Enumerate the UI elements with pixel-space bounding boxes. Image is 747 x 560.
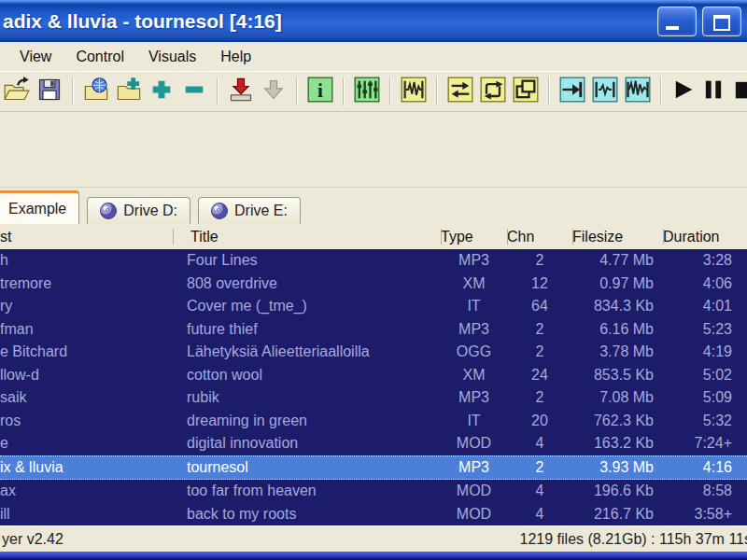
playlist-row[interactable]: fmanfuture thiefMP326.16 Mb5:23 [0, 318, 747, 342]
tab-label: Drive E: [234, 203, 288, 219]
cell-artist: tremore [0, 275, 173, 292]
cell-title: 808 overdrive [173, 275, 441, 292]
playlist-row[interactable]: ix & lluviatournesolMP323.93 Mb4:16 [0, 455, 747, 481]
toolbar-button-file-info[interactable]: i [306, 77, 334, 105]
cell-filesize: 163.2 Kb [572, 435, 663, 452]
toolbar-button-shuffle[interactable] [446, 77, 474, 105]
maximize-button[interactable] [702, 7, 741, 36]
stop-icon [730, 77, 747, 106]
toolbar-button-waveform[interactable] [400, 77, 428, 105]
playlist-row[interactable]: saikrubikMP327.08 Mb5:09 [0, 386, 747, 410]
playlist-row[interactable]: illback to my rootsMOD4216.7 Kb3:58+ [0, 503, 747, 526]
toolbar-button-loop[interactable] [479, 77, 507, 105]
toolbar-separator [548, 77, 550, 105]
playlist-row[interactable]: axtoo far from heavenMOD4196.6 Kb8:58 [0, 480, 747, 503]
tab-drive-d[interactable]: Drive D: [87, 197, 190, 224]
minimize-icon [666, 26, 679, 30]
cell-duration: 5:32 [663, 413, 747, 429]
toolbar-button-import[interactable] [227, 77, 255, 105]
move-down-icon [261, 77, 287, 106]
playlist-column-headers: stTitleTypeChnFilesizeDuration [0, 224, 747, 249]
import-icon [228, 77, 254, 106]
cell-type: IT [441, 413, 507, 429]
window-bottom-border [0, 552, 747, 560]
menu-item-help[interactable]: Help [208, 46, 263, 68]
tab-example[interactable]: Example [0, 190, 79, 224]
cell-artist: h [0, 252, 173, 269]
toolbar-button-play[interactable] [670, 77, 696, 105]
cell-artist: ix & lluvia [0, 459, 173, 476]
app-window: adix & lluvia - tournesol [4:16] ViewCon… [0, 0, 747, 560]
playlist-row[interactable]: tremore808 overdriveXM120.97 Mb4:06 [0, 273, 747, 296]
cell-filesize: 762.3 Kb [572, 413, 663, 429]
cell-filesize: 0.97 Mb [572, 275, 663, 292]
minimize-button[interactable] [657, 7, 697, 36]
cell-title: Four Lines [173, 252, 441, 269]
column-header-artist[interactable]: st [0, 224, 173, 249]
cell-artist: e Bitchard [0, 343, 173, 360]
toolbar-button-remove[interactable] [180, 77, 208, 105]
cell-filesize: 834.3 Kb [572, 298, 663, 315]
toolbar-button-stop[interactable] [730, 77, 747, 105]
add-url-icon [83, 77, 109, 106]
cell-artist: ros [0, 413, 173, 429]
titlebar[interactable]: adix & lluvia - tournesol [4:16] [0, 0, 747, 42]
loop-icon [480, 77, 506, 106]
playlist-row[interactable]: edigital innovationMOD4163.2 Kb7:24+ [0, 432, 747, 455]
playlist-row[interactable]: llow-dcotton woolXM24853.5 Kb5:02 [0, 364, 747, 387]
svg-text:i: i [317, 79, 323, 102]
toolbar-button-save-playlist[interactable] [35, 77, 63, 105]
playlist-row[interactable]: hFour LinesMP324.77 Mb3:28 [0, 249, 747, 273]
toolbar-button-scope-narrow[interactable] [591, 77, 619, 105]
cell-title: future thief [173, 321, 441, 338]
status-version-text: yer v2.42 [2, 531, 63, 548]
toolbar-button-add-files[interactable] [115, 77, 143, 105]
cell-chn: 24 [507, 367, 572, 384]
menu-item-visuals[interactable]: Visuals [136, 46, 208, 68]
window-title: adix & lluvia - tournesol [4:16] [3, 10, 282, 33]
maximize-icon [713, 15, 730, 31]
cell-chn: 2 [507, 459, 572, 476]
column-header-filesize[interactable]: Filesize [572, 224, 663, 249]
playlist: hFour LinesMP324.77 Mb3:28tremore808 ove… [0, 249, 747, 525]
column-header-type[interactable]: Type [441, 224, 507, 249]
toolbar-button-scope-wide[interactable] [624, 77, 652, 105]
toolbar-button-open-playlist[interactable] [3, 77, 31, 105]
toolbar-button-add[interactable] [148, 77, 176, 105]
toolbar-button-pause[interactable] [700, 77, 726, 105]
cell-duration: 4:16 [663, 459, 747, 476]
cell-duration: 7:24+ [663, 435, 747, 452]
tab-drive-e[interactable]: Drive E: [198, 197, 301, 224]
status-files-summary: 1219 files (8.21Gb) : 115h 37m 11s [520, 531, 747, 548]
column-header-duration[interactable]: Duration [663, 224, 747, 249]
scope-wide-icon [625, 77, 651, 106]
playlist-row[interactable]: ryCover me (_tme_)IT64834.3 Kb4:01 [0, 295, 747, 318]
cell-filesize: 3.78 Mb [572, 343, 663, 360]
toolbar-button-mixer[interactable] [353, 77, 381, 105]
cell-type: XM [441, 275, 507, 292]
cell-type: MP3 [441, 389, 507, 406]
cell-type: MP3 [441, 252, 507, 269]
cell-artist: e [0, 435, 173, 452]
column-header-chn[interactable]: Chn [507, 224, 572, 249]
cd-icon [100, 203, 117, 219]
cell-artist: ax [0, 483, 173, 499]
toolbar-button-move-down[interactable] [260, 77, 288, 105]
cell-chn: 2 [507, 343, 572, 360]
playlist-row[interactable]: rosdreaming in greenIT20762.3 Kb5:32 [0, 410, 747, 433]
toolbar-button-repeat[interactable] [512, 77, 540, 105]
toolbar-separator [389, 77, 391, 105]
cell-chn: 2 [507, 389, 572, 406]
toolbar-button-seek-end[interactable] [558, 77, 586, 105]
playlist-row[interactable]: e BitchardLähetyksiä Alieetteriaalloilla… [0, 341, 747, 364]
cell-duration: 4:06 [663, 275, 747, 292]
cell-title: cotton wool [173, 367, 441, 384]
menu-item-view[interactable]: View [7, 46, 63, 68]
column-header-title[interactable]: Title [173, 224, 441, 249]
add-files-icon [116, 77, 142, 106]
toolbar-button-add-url[interactable] [82, 77, 110, 105]
menu-item-control[interactable]: Control [63, 46, 136, 68]
cell-type: MOD [441, 435, 507, 452]
pause-icon [700, 77, 726, 106]
save-playlist-icon [36, 77, 63, 106]
